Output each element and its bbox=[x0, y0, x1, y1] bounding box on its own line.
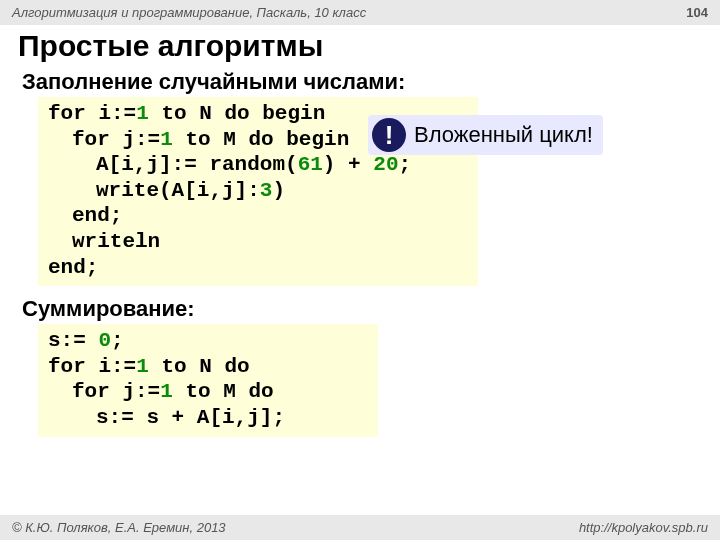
code-line: writeln bbox=[48, 229, 468, 255]
code-line: end; bbox=[48, 203, 468, 229]
code-line: s:= s + A[i,j]; bbox=[48, 405, 368, 431]
callout-text: Вложенный цикл! bbox=[414, 122, 593, 148]
header-bar: Алгоритмизация и программирование, Паска… bbox=[0, 0, 720, 25]
copyright: © К.Ю. Поляков, Е.А. Еремин, 2013 bbox=[12, 520, 226, 535]
url-label: http://kpolyakov.spb.ru bbox=[579, 520, 708, 535]
content: Заполнение случайными числами: for i:=1 … bbox=[0, 69, 720, 447]
section1-title: Заполнение случайными числами: bbox=[22, 69, 698, 95]
footer-bar: © К.Ю. Поляков, Е.А. Еремин, 2013 http:/… bbox=[0, 515, 720, 540]
page-number: 104 bbox=[686, 5, 708, 20]
code-line: s:= 0; bbox=[48, 328, 368, 354]
exclamation-icon: ! bbox=[372, 118, 406, 152]
section2-title: Суммирование: bbox=[22, 296, 698, 322]
code-line: end; bbox=[48, 255, 468, 281]
course-label: Алгоритмизация и программирование, Паска… bbox=[12, 5, 366, 20]
code-line: for j:=1 to M do bbox=[48, 379, 368, 405]
page-title: Простые алгоритмы bbox=[0, 25, 720, 69]
code-line: A[i,j]:= random(61) + 20; bbox=[48, 152, 468, 178]
code-line: for i:=1 to N do bbox=[48, 354, 368, 380]
code-line: write(A[i,j]:3) bbox=[48, 178, 468, 204]
code-block-2: s:= 0; for i:=1 to N do for j:=1 to M do… bbox=[38, 324, 378, 436]
callout: ! Вложенный цикл! bbox=[368, 115, 603, 155]
